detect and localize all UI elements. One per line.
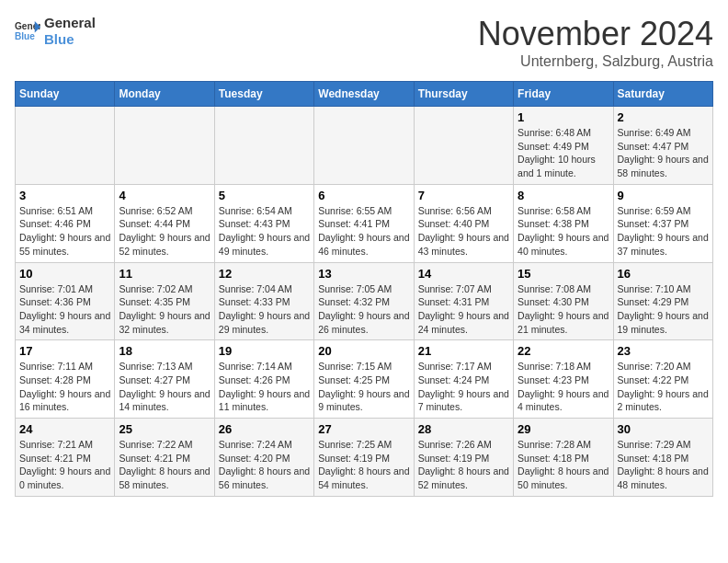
day-number: 18 — [119, 344, 210, 358]
day-info: Sunrise: 6:48 AMSunset: 4:49 PMDaylight:… — [518, 126, 609, 180]
calendar-cell — [314, 107, 414, 185]
calendar-header-row: SundayMondayTuesdayWednesdayThursdayFrid… — [16, 82, 713, 107]
day-number: 11 — [119, 267, 210, 281]
day-info: Sunrise: 7:01 AMSunset: 4:36 PMDaylight:… — [19, 282, 110, 337]
calendar-cell: 12Sunrise: 7:04 AMSunset: 4:33 PMDayligh… — [214, 262, 313, 340]
calendar-week-row: 1Sunrise: 6:48 AMSunset: 4:49 PMDaylight… — [16, 107, 713, 185]
month-title: November 2024 — [478, 15, 713, 53]
day-info: Sunrise: 7:11 AMSunset: 4:28 PMDaylight:… — [19, 360, 110, 414]
location-title: Unternberg, Salzburg, Austria — [478, 53, 713, 70]
calendar-day-header: Monday — [115, 82, 214, 107]
calendar-week-row: 24Sunrise: 7:21 AMSunset: 4:21 PMDayligh… — [16, 419, 713, 497]
day-number: 19 — [219, 344, 310, 358]
day-info: Sunrise: 7:07 AMSunset: 4:31 PMDaylight:… — [418, 282, 509, 337]
day-info: Sunrise: 6:55 AMSunset: 4:41 PMDaylight:… — [318, 204, 409, 259]
day-number: 25 — [119, 422, 210, 436]
calendar-cell: 14Sunrise: 7:07 AMSunset: 4:31 PMDayligh… — [414, 262, 513, 340]
calendar-day-header: Wednesday — [314, 82, 414, 107]
day-number: 24 — [19, 422, 110, 436]
calendar-cell: 19Sunrise: 7:14 AMSunset: 4:26 PMDayligh… — [214, 340, 313, 419]
day-number: 1 — [518, 110, 609, 124]
calendar-cell: 23Sunrise: 7:20 AMSunset: 4:22 PMDayligh… — [613, 340, 712, 419]
day-number: 16 — [618, 267, 709, 281]
day-info: Sunrise: 7:14 AMSunset: 4:26 PMDaylight:… — [219, 360, 310, 414]
calendar-cell — [115, 107, 214, 185]
day-number: 22 — [518, 344, 609, 358]
calendar-cell — [414, 107, 513, 185]
day-number: 9 — [618, 189, 709, 202]
calendar-cell: 10Sunrise: 7:01 AMSunset: 4:36 PMDayligh… — [16, 262, 115, 340]
day-number: 5 — [219, 189, 310, 202]
calendar-cell: 20Sunrise: 7:15 AMSunset: 4:25 PMDayligh… — [314, 340, 414, 419]
calendar-cell: 29Sunrise: 7:28 AMSunset: 4:18 PMDayligh… — [514, 419, 613, 497]
day-info: Sunrise: 6:51 AMSunset: 4:46 PMDaylight:… — [19, 204, 110, 259]
header: General Blue General Blue November 2024 … — [15, 15, 713, 70]
day-info: Sunrise: 7:22 AMSunset: 4:21 PMDaylight:… — [119, 438, 210, 492]
day-info: Sunrise: 7:17 AMSunset: 4:24 PMDaylight:… — [418, 360, 509, 414]
calendar-cell: 6Sunrise: 6:55 AMSunset: 4:41 PMDaylight… — [314, 184, 414, 262]
day-number: 13 — [318, 267, 409, 281]
day-number: 4 — [119, 189, 210, 202]
calendar-week-row: 10Sunrise: 7:01 AMSunset: 4:36 PMDayligh… — [16, 262, 713, 340]
calendar-cell: 16Sunrise: 7:10 AMSunset: 4:29 PMDayligh… — [613, 262, 712, 340]
calendar-cell: 2Sunrise: 6:49 AMSunset: 4:47 PMDaylight… — [613, 107, 712, 185]
calendar-day-header: Friday — [514, 82, 613, 107]
day-number: 14 — [418, 267, 509, 281]
calendar-table: SundayMondayTuesdayWednesdayThursdayFrid… — [15, 81, 713, 497]
day-info: Sunrise: 7:24 AMSunset: 4:20 PMDaylight:… — [219, 438, 310, 492]
title-block: November 2024 Unternberg, Salzburg, Aust… — [478, 15, 713, 70]
calendar-cell: 28Sunrise: 7:26 AMSunset: 4:19 PMDayligh… — [414, 419, 513, 497]
day-number: 7 — [418, 189, 509, 202]
day-info: Sunrise: 7:29 AMSunset: 4:18 PMDaylight:… — [618, 438, 709, 492]
calendar-cell: 22Sunrise: 7:18 AMSunset: 4:23 PMDayligh… — [514, 340, 613, 419]
calendar-cell — [214, 107, 313, 185]
calendar-week-row: 3Sunrise: 6:51 AMSunset: 4:46 PMDaylight… — [16, 184, 713, 262]
day-number: 12 — [219, 267, 310, 281]
day-info: Sunrise: 6:52 AMSunset: 4:44 PMDaylight:… — [119, 204, 210, 259]
day-number: 2 — [618, 110, 709, 124]
calendar-cell: 1Sunrise: 6:48 AMSunset: 4:49 PMDaylight… — [514, 107, 613, 185]
svg-text:Blue: Blue — [15, 31, 35, 41]
day-info: Sunrise: 6:59 AMSunset: 4:37 PMDaylight:… — [618, 204, 709, 259]
day-info: Sunrise: 7:28 AMSunset: 4:18 PMDaylight:… — [518, 438, 609, 492]
day-info: Sunrise: 7:18 AMSunset: 4:23 PMDaylight:… — [518, 360, 609, 414]
day-info: Sunrise: 6:56 AMSunset: 4:40 PMDaylight:… — [418, 204, 509, 259]
calendar-cell: 13Sunrise: 7:05 AMSunset: 4:32 PMDayligh… — [314, 262, 414, 340]
day-info: Sunrise: 6:54 AMSunset: 4:43 PMDaylight:… — [219, 204, 310, 259]
day-info: Sunrise: 7:13 AMSunset: 4:27 PMDaylight:… — [119, 360, 210, 414]
logo-icon: General Blue — [15, 18, 40, 44]
calendar-cell: 9Sunrise: 6:59 AMSunset: 4:37 PMDaylight… — [613, 184, 712, 262]
logo: General Blue General Blue — [15, 15, 96, 48]
day-info: Sunrise: 6:58 AMSunset: 4:38 PMDaylight:… — [518, 204, 609, 259]
day-number: 17 — [19, 344, 110, 358]
calendar-cell: 4Sunrise: 6:52 AMSunset: 4:44 PMDaylight… — [115, 184, 214, 262]
day-info: Sunrise: 7:02 AMSunset: 4:35 PMDaylight:… — [119, 282, 210, 337]
day-number: 20 — [318, 344, 409, 358]
calendar-cell: 5Sunrise: 6:54 AMSunset: 4:43 PMDaylight… — [214, 184, 313, 262]
calendar-cell: 17Sunrise: 7:11 AMSunset: 4:28 PMDayligh… — [16, 340, 115, 419]
calendar-cell: 24Sunrise: 7:21 AMSunset: 4:21 PMDayligh… — [16, 419, 115, 497]
day-number: 8 — [518, 189, 609, 202]
day-number: 26 — [219, 422, 310, 436]
calendar-day-header: Saturday — [613, 82, 712, 107]
day-number: 6 — [318, 189, 409, 202]
calendar-cell: 27Sunrise: 7:25 AMSunset: 4:19 PMDayligh… — [314, 419, 414, 497]
day-info: Sunrise: 7:05 AMSunset: 4:32 PMDaylight:… — [318, 282, 409, 337]
calendar-cell — [16, 107, 115, 185]
day-number: 30 — [618, 422, 709, 436]
day-info: Sunrise: 7:26 AMSunset: 4:19 PMDaylight:… — [418, 438, 509, 492]
day-info: Sunrise: 7:20 AMSunset: 4:22 PMDaylight:… — [618, 360, 709, 414]
logo-blue: Blue — [44, 31, 96, 48]
calendar-cell: 18Sunrise: 7:13 AMSunset: 4:27 PMDayligh… — [115, 340, 214, 419]
day-number: 23 — [618, 344, 709, 358]
day-number: 21 — [418, 344, 509, 358]
logo-general: General — [44, 15, 96, 31]
day-info: Sunrise: 7:10 AMSunset: 4:29 PMDaylight:… — [618, 282, 709, 337]
calendar-cell: 3Sunrise: 6:51 AMSunset: 4:46 PMDaylight… — [16, 184, 115, 262]
calendar-week-row: 17Sunrise: 7:11 AMSunset: 4:28 PMDayligh… — [16, 340, 713, 419]
day-number: 28 — [418, 422, 509, 436]
day-number: 10 — [19, 267, 110, 281]
day-number: 27 — [318, 422, 409, 436]
calendar-cell: 15Sunrise: 7:08 AMSunset: 4:30 PMDayligh… — [514, 262, 613, 340]
day-info: Sunrise: 7:04 AMSunset: 4:33 PMDaylight:… — [219, 282, 310, 337]
